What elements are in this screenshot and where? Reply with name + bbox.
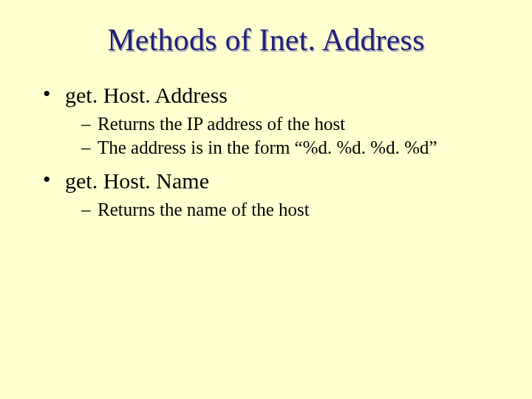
bullet-label: get. Host. Name bbox=[65, 168, 209, 193]
slide: Methods of Inet. Address get. Host. Addr… bbox=[0, 0, 532, 399]
sub-list: Returns the name of the host bbox=[65, 200, 502, 220]
bullet-label: get. Host. Address bbox=[65, 83, 228, 107]
bullet-list: get. Host. Address Returns the IP addres… bbox=[30, 83, 502, 220]
list-item: get. Host. Name Returns the name of the … bbox=[43, 168, 502, 220]
sub-bullet-text: Returns the name of the host bbox=[98, 200, 310, 219]
sub-list-item: Returns the name of the host bbox=[81, 200, 502, 220]
sub-list: Returns the IP address of the host The a… bbox=[65, 114, 502, 158]
sub-bullet-text: The address is in the form “%d. %d. %d. … bbox=[98, 137, 437, 157]
list-item: get. Host. Address Returns the IP addres… bbox=[43, 83, 502, 158]
slide-title: Methods of Inet. Address bbox=[30, 22, 502, 58]
sub-bullet-text: Returns the IP address of the host bbox=[98, 114, 345, 134]
sub-list-item: Returns the IP address of the host bbox=[81, 114, 502, 134]
sub-list-item: The address is in the form “%d. %d. %d. … bbox=[81, 137, 502, 158]
